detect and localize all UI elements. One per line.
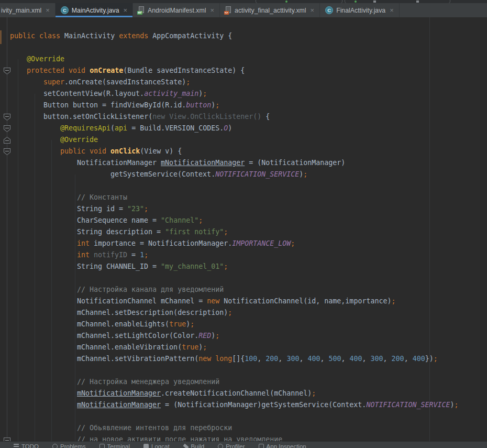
fold-marker[interactable] (4, 148, 10, 155)
terminal-icon (99, 444, 105, 448)
gutter-fold-line (7, 17, 7, 441)
code-line[interactable]: @Override (60, 134, 98, 146)
toolbar-icon (373, 1, 376, 3)
code-line[interactable]: Button button = findViewById(R.id.button… (43, 100, 219, 111)
code-line[interactable]: mChannel.setVibrationPattern(new long[]{… (77, 353, 438, 365)
toolwindow-button-profiler[interactable]: Profiler (218, 443, 245, 448)
code-line[interactable]: public class MainActivity extends AppCom… (10, 30, 232, 42)
code-line[interactable]: protected void onCreate(Bundle savedInst… (27, 65, 245, 77)
right-margin-guide (429, 17, 430, 441)
fold-marker[interactable] (4, 125, 10, 132)
vcs-change-stripe (0, 30, 2, 44)
code-line[interactable]: @RequiresApi(api = Build.VERSION_CODES.O… (60, 123, 232, 134)
toolwindow-button-app-inspection[interactable]: App Inspection (259, 443, 306, 448)
toolwindow-label: Problems (60, 443, 86, 448)
manifest-file-icon: MF (138, 6, 145, 14)
toolwindow-button-build[interactable]: Build (183, 443, 205, 448)
code-line[interactable]: // на новое активити после нажатия на ув… (77, 434, 282, 441)
toolwindow-label: Profiler (226, 443, 245, 448)
close-icon[interactable]: × (390, 7, 394, 14)
toolwindow-label: Build (191, 443, 205, 448)
tab-ivity_main.xml[interactable]: ivity_main.xml× (0, 3, 56, 17)
code-line[interactable]: button.setOnClickListener(new View.OnCli… (43, 111, 270, 123)
code-line[interactable]: int notifyID = 1; (77, 249, 148, 261)
close-icon[interactable]: × (123, 7, 127, 14)
code-line[interactable]: CharSequence name = "Channel"; (77, 215, 203, 226)
code-line[interactable]: String description = "first notify"; (77, 226, 228, 238)
close-icon[interactable]: × (210, 7, 214, 14)
toolbar-icon (416, 1, 419, 3)
code-line[interactable]: String CHANNEL_ID = "my_channel_01"; (77, 261, 228, 272)
device-status-icon (355, 1, 357, 3)
toolwindow-label: App Inspection (267, 443, 306, 448)
code-line[interactable]: @Override (27, 53, 64, 65)
code-line[interactable]: mNotificationManager = (NotificationMana… (77, 399, 459, 411)
code-line[interactable]: // Обьявление интентов для переброски (77, 422, 232, 434)
fold-marker[interactable] (4, 438, 10, 441)
code-editor[interactable]: public class MainActivity extends AppCom… (0, 17, 487, 441)
code-line[interactable]: int importance = NotificationManager.IMP… (77, 238, 295, 249)
code-line[interactable]: String id = "23"; (77, 203, 148, 215)
tab-label: AndroidManifest.xml (148, 7, 206, 14)
app-inspection-icon (259, 444, 264, 448)
logcat-icon (143, 444, 149, 448)
indent-guide (75, 174, 75, 441)
tab-label: activity_final_acttivity.xml (235, 7, 306, 14)
code-line[interactable]: public void onClick(View v) { (60, 146, 182, 157)
close-icon[interactable]: × (46, 7, 50, 14)
code-line[interactable]: super.onCreate(savedInstanceState); (43, 77, 190, 88)
tab-activity_final_acttivity.xml[interactable]: <>activity_final_acttivity.xml× (220, 3, 320, 17)
code-line[interactable]: mNotificationManager.createNotificationC… (77, 388, 316, 399)
toolwindow-label: Terminal (107, 443, 130, 448)
toolwindow-button-logcat[interactable]: Logcat (143, 443, 170, 448)
code-line[interactable]: // Настройка канала для уведомлений (77, 284, 224, 296)
fold-marker[interactable] (4, 137, 10, 144)
class-icon: C (325, 6, 333, 14)
indent-guide (35, 94, 35, 441)
code-line[interactable]: // Константы (77, 192, 127, 203)
indent-guide (18, 59, 18, 441)
toolwindow-button-terminal[interactable]: Terminal (99, 443, 130, 448)
fold-marker[interactable] (4, 68, 10, 74)
todo-icon (14, 444, 19, 448)
code-line[interactable]: mChannel.setDescription(description); (77, 307, 232, 319)
close-icon[interactable]: × (311, 7, 315, 14)
code-line[interactable]: mChannel.setLightColor(Color.RED); (77, 330, 219, 342)
code-line[interactable]: mChannel.enableLights(true); (77, 319, 194, 330)
tool-window-bar: TODOProblemsTerminalLogcatBuildProfilerA… (0, 441, 487, 448)
code-line[interactable]: mChannel.enableVibration(true); (77, 342, 207, 353)
tab-MainActivity.java[interactable]: CMainActivity.java× (56, 3, 133, 17)
tab-AndroidManifest.xml[interactable]: MFAndroidManifest.xml× (133, 3, 220, 17)
code-line[interactable]: NotificationManager mNotificationManager… (77, 157, 345, 169)
class-icon: C (61, 6, 69, 14)
tab-label: MainActivity.java (72, 7, 119, 14)
toolwindow-label: Logcat (151, 443, 170, 448)
tab-label: ivity_main.xml (1, 7, 41, 14)
problems-icon (52, 444, 58, 448)
code-line[interactable]: getSystemService(Context.NOTIFICATION_SE… (110, 169, 307, 180)
toolwindow-label: TODO (21, 443, 39, 448)
toolwindow-button-todo[interactable]: TODO (14, 443, 39, 448)
editor-tab-bar: ivity_main.xml×CMainActivity.java×MFAndr… (0, 3, 487, 17)
tab-FinalActtivity.java[interactable]: CFinalActtivity.java× (320, 3, 400, 17)
run-icon (285, 1, 287, 3)
code-line[interactable]: // Настройка менеджера уведомлений (77, 376, 219, 388)
build-icon (183, 444, 189, 448)
code-line[interactable]: NotificationChannel mChannel = new Notif… (77, 296, 395, 307)
toolwindow-button-problems[interactable]: Problems (52, 443, 86, 448)
xml-file-icon: <> (225, 6, 231, 14)
fold-marker[interactable] (4, 114, 10, 121)
android-studio-window: ivity_main.xml×CMainActivity.java×MFAndr… (0, 0, 487, 448)
profiler-icon (218, 444, 223, 448)
tab-label: FinalActtivity.java (336, 7, 385, 14)
indent-guide (51, 140, 52, 441)
code-line[interactable]: setContentView(R.layout.activity_main); (43, 88, 207, 100)
